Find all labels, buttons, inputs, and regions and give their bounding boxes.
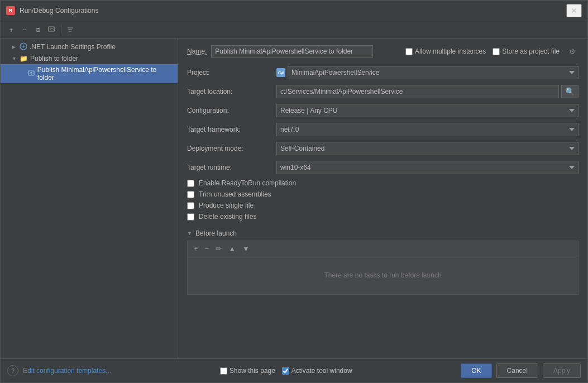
target-location-input[interactable] (276, 85, 559, 98)
before-launch-section: ▼ Before launch + − ✏ ▲ ▼ There are no t… (187, 229, 579, 295)
before-launch-edit-button[interactable]: ✏ (213, 243, 224, 254)
configuration-control: Release | Any CPU (276, 104, 579, 117)
produce-single-file-label[interactable]: Produce single file (199, 202, 254, 209)
before-launch-remove-button[interactable]: − (202, 243, 212, 254)
sidebar-group-net-launch[interactable]: ▶ .NET Launch Settings Profile (1, 41, 178, 53)
configuration-row: Configuration: Release | Any CPU (187, 103, 579, 118)
enable-readytorun-checkbox[interactable] (187, 180, 194, 187)
name-row: Name: (187, 45, 399, 58)
target-location-control: 🔍 (276, 85, 579, 98)
allow-multiple-checkbox[interactable] (405, 48, 413, 55)
help-icon[interactable]: ? (7, 365, 18, 376)
expand-arrow-publish: ▼ (12, 56, 17, 61)
before-launch-move-down-button[interactable]: ▼ (240, 243, 252, 254)
produce-single-file-text: Produce single file (199, 202, 254, 209)
before-launch-add-button[interactable]: + (191, 243, 201, 254)
svg-rect-0 (49, 27, 54, 31)
show-page-label[interactable]: Show this page (230, 367, 275, 375)
toolbar-separator (61, 25, 61, 34)
enable-readytorun-row: Enable ReadyToRun compilation (187, 179, 579, 187)
settings-gear-button[interactable]: ⚙ (566, 45, 579, 58)
no-tasks-label: There are no tasks to run before launch (324, 271, 441, 279)
expand-arrow-net-launch: ▶ (12, 44, 17, 50)
run-debug-dialog: R Run/Debug Configurations ✕ + − ⧉ (0, 0, 588, 383)
publish-item-icon (27, 69, 35, 78)
checkboxes-section: Enable ReadyToRun compilation Trim unuse… (187, 179, 579, 221)
target-location-row: Target location: 🔍 (187, 84, 579, 99)
bottom-left: ? Edit configuration templates... (7, 365, 111, 376)
target-framework-row: Target framework: net7.0 (187, 122, 579, 137)
browse-button[interactable]: 🔍 (561, 85, 579, 98)
name-field-label: Name: (187, 47, 207, 55)
target-runtime-select[interactable]: win10-x64 (276, 161, 579, 174)
net-launch-icon (20, 42, 27, 51)
target-runtime-control: win10-x64 (276, 161, 579, 174)
sidebar-group-publish[interactable]: ▼ 📁 Publish to folder (1, 53, 178, 64)
right-panel: Name: Allow multiple instances Store as … (178, 39, 587, 358)
target-framework-label: Target framework: (187, 126, 276, 133)
activate-tool-checkbox[interactable] (282, 367, 289, 375)
allow-multiple-label[interactable]: Allow multiple instances (415, 47, 486, 55)
project-row: Project: C# MinimalApiPowershellService (187, 65, 579, 80)
sidebar-group-net-launch-label: .NET Launch Settings Profile (30, 43, 116, 51)
sidebar-group-publish-label: Publish to folder (30, 55, 78, 63)
close-button[interactable]: ✕ (566, 4, 582, 17)
bottom-bar: ? Edit configuration templates... Show t… (1, 358, 587, 382)
project-select[interactable]: MinimalApiPowershellService (288, 66, 579, 79)
ok-button[interactable]: OK (461, 363, 491, 378)
bottom-checkboxes: Show this page Activate tool window (220, 367, 352, 375)
project-type-icon: C# (276, 68, 285, 77)
add-button[interactable]: + (5, 23, 17, 36)
allow-multiple-row: Allow multiple instances (405, 47, 486, 55)
apply-button[interactable]: Apply (543, 363, 581, 378)
delete-existing-label[interactable]: Delete existing files (199, 213, 256, 221)
folder-icon: 📁 (20, 55, 28, 63)
header-options: Allow multiple instances Store as projec… (405, 45, 579, 58)
store-as-project-row: Store as project file (493, 47, 560, 55)
produce-single-file-checkbox[interactable] (187, 202, 194, 209)
before-launch-toolbar: + − ✏ ▲ ▼ (187, 241, 579, 256)
edit-templates-link[interactable]: Edit configuration templates... (23, 367, 111, 375)
store-as-project-checkbox[interactable] (493, 48, 500, 55)
copy-button[interactable]: ⧉ (32, 23, 44, 36)
enable-readytorun-label[interactable]: Enable ReadyToRun compilation (199, 179, 296, 187)
sidebar-item-publish-label: Publish MinimalApiPowershellService to f… (37, 66, 173, 82)
trim-unused-checkbox[interactable] (187, 191, 194, 198)
produce-single-file-row: Produce single file (187, 202, 579, 209)
trim-unused-text: Trim unused assemblies (199, 190, 271, 198)
deployment-mode-control: Self-Contained (276, 142, 579, 155)
title-bar: R Run/Debug Configurations ✕ (1, 1, 587, 21)
deployment-mode-label: Deployment mode: (187, 145, 276, 152)
before-launch-header[interactable]: ▼ Before launch (187, 229, 579, 237)
delete-existing-checkbox[interactable] (187, 213, 194, 221)
delete-existing-text: Delete existing files (199, 213, 256, 221)
sidebar: ▶ .NET Launch Settings Profile ▼ 📁 Publi… (1, 39, 178, 358)
form-body: Project: C# MinimalApiPowershellService … (187, 65, 579, 358)
deployment-mode-row: Deployment mode: Self-Contained (187, 141, 579, 156)
bottom-right: OK Cancel Apply (461, 363, 581, 378)
configuration-label: Configuration: (187, 107, 276, 114)
activate-tool-label[interactable]: Activate tool window (291, 367, 352, 375)
cancel-button[interactable]: Cancel (496, 363, 538, 378)
deployment-mode-select[interactable]: Self-Contained (276, 142, 579, 155)
sidebar-item-publish-minimal[interactable]: ▶ Publish MinimalApiPowershellService to… (1, 64, 178, 83)
trim-unused-label[interactable]: Trim unused assemblies (199, 190, 271, 198)
show-page-checkbox[interactable] (220, 367, 227, 375)
store-as-project-label[interactable]: Store as project file (502, 47, 560, 55)
before-launch-move-up-button[interactable]: ▲ (226, 243, 238, 254)
before-launch-content: There are no tasks to run before launch (187, 256, 579, 295)
configuration-select[interactable]: Release | Any CPU (276, 104, 579, 117)
app-icon: R (6, 6, 15, 15)
toolbar: + − ⧉ (1, 21, 587, 39)
remove-button[interactable]: − (18, 23, 31, 36)
target-runtime-row: Target runtime: win10-x64 (187, 160, 579, 175)
activate-tool-row: Activate tool window (282, 367, 352, 375)
target-runtime-label: Target runtime: (187, 164, 276, 171)
target-framework-control: net7.0 (276, 123, 579, 136)
target-framework-select[interactable]: net7.0 (276, 123, 579, 136)
sort-button[interactable] (64, 23, 77, 36)
title-bar-left: R Run/Debug Configurations (6, 6, 98, 15)
name-input[interactable] (211, 45, 373, 58)
target-location-label: Target location: (187, 88, 276, 95)
move-to-button[interactable] (45, 23, 59, 36)
